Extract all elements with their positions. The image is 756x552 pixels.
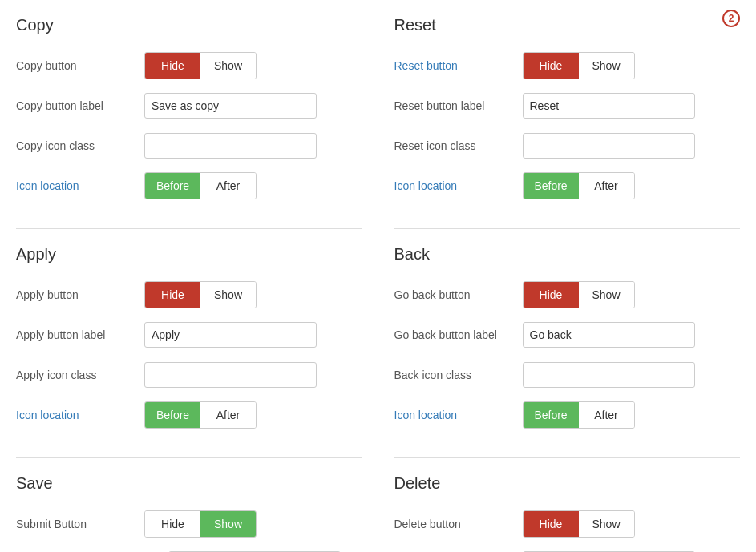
save-title: Save bbox=[16, 474, 362, 498]
apply-after-btn[interactable]: After bbox=[200, 402, 256, 428]
copy-icon-class-row: Copy icon class bbox=[16, 132, 362, 159]
apply-icon-location-row: Icon location Before After bbox=[16, 401, 362, 429]
reset-icon-class-row: Reset icon class bbox=[394, 132, 741, 159]
apply-icon-class-row: Apply icon class bbox=[16, 361, 362, 389]
apply-icon-location-toggle: Before After bbox=[144, 401, 257, 429]
apply-button-row: Apply button Hide Show bbox=[16, 281, 362, 308]
apply-section: Apply Apply button Hide Show Apply butto… bbox=[16, 245, 362, 458]
reset-hide-btn[interactable]: Hide bbox=[524, 53, 579, 79]
back-after-btn[interactable]: After bbox=[579, 402, 634, 428]
copy-icon-class-input[interactable] bbox=[144, 133, 317, 159]
copy-after-btn[interactable]: After bbox=[200, 173, 256, 199]
delete-section: Delete Delete button Hide Show Delete bu… bbox=[394, 474, 741, 552]
apply-before-btn[interactable]: Before bbox=[145, 402, 200, 428]
reset-icon-class-input[interactable] bbox=[523, 133, 695, 159]
apply-button-label-input[interactable] bbox=[144, 322, 317, 348]
apply-icon-class-label: Apply icon class bbox=[16, 369, 144, 381]
reset-button-label: Reset button bbox=[394, 59, 523, 72]
back-icon-location-toggle: Before After bbox=[523, 401, 635, 429]
copy-title: Copy bbox=[16, 16, 362, 39]
copy-before-btn[interactable]: Before bbox=[145, 173, 200, 199]
reset-title: Reset bbox=[394, 16, 436, 34]
back-icon-class-input[interactable] bbox=[523, 362, 695, 388]
reset-button-label-row: Reset button label bbox=[394, 92, 741, 119]
save-button-label: Submit Button bbox=[16, 518, 144, 530]
copy-button-label-field-label: Copy button label bbox=[16, 99, 144, 112]
back-icon-location-label: Icon location bbox=[394, 409, 523, 421]
back-button-label-input[interactable] bbox=[523, 322, 695, 348]
apply-show-btn[interactable]: Show bbox=[200, 282, 256, 308]
apply-icon-class-input[interactable] bbox=[144, 362, 317, 388]
save-button-row: Submit Button Hide Show bbox=[16, 510, 362, 538]
back-icon-class-label: Back icon class bbox=[394, 369, 523, 381]
back-button-toggle: Hide Show bbox=[523, 281, 635, 308]
save-show-btn[interactable]: Show bbox=[200, 511, 256, 537]
save-button-toggle: Hide Show bbox=[144, 510, 257, 538]
apply-button-label: Apply button bbox=[16, 288, 144, 301]
apply-title: Apply bbox=[16, 245, 362, 268]
back-show-btn[interactable]: Show bbox=[579, 282, 634, 308]
copy-icon-location-label: Icon location bbox=[16, 179, 144, 192]
back-button-label-row: Go back button label bbox=[394, 321, 741, 349]
reset-button-label-input[interactable] bbox=[523, 93, 695, 119]
copy-button-label: Copy button bbox=[16, 59, 144, 72]
copy-button-label-input[interactable] bbox=[144, 93, 317, 119]
reset-title-container: Reset 2 bbox=[394, 16, 741, 39]
copy-button-row: Copy button Hide Show bbox=[16, 52, 362, 79]
delete-title: Delete bbox=[394, 474, 741, 498]
reset-icon-location-label: Icon location bbox=[394, 179, 523, 192]
reset-button-label-field-label: Reset button label bbox=[394, 99, 523, 112]
copy-button-toggle: Hide Show bbox=[144, 52, 257, 79]
copy-icon-location-row: Icon location Before After bbox=[16, 172, 362, 199]
back-button-row: Go back button Hide Show bbox=[394, 281, 741, 308]
copy-show-btn[interactable]: Show bbox=[200, 53, 256, 79]
back-button-label-field-label: Go back button label bbox=[394, 328, 523, 341]
reset-badge: 2 bbox=[722, 10, 740, 27]
delete-show-btn[interactable]: Show bbox=[579, 511, 634, 537]
back-icon-location-row: Icon location Before After bbox=[394, 401, 741, 429]
copy-hide-btn[interactable]: Hide bbox=[145, 53, 200, 79]
delete-hide-btn[interactable]: Hide bbox=[524, 511, 579, 537]
copy-icon-class-label: Copy icon class bbox=[16, 139, 144, 152]
delete-button-toggle: Hide Show bbox=[523, 510, 635, 538]
save-hide-btn[interactable]: Hide bbox=[145, 511, 200, 537]
back-before-btn[interactable]: Before bbox=[524, 402, 579, 428]
reset-after-btn[interactable]: After bbox=[579, 173, 634, 199]
apply-button-label-row: Apply button label bbox=[16, 321, 362, 349]
back-title: Back bbox=[394, 245, 741, 268]
delete-button-label: Delete button bbox=[394, 518, 523, 530]
reset-button-row: Reset button Hide Show bbox=[394, 52, 741, 79]
delete-button-row: Delete button Hide Show bbox=[394, 510, 741, 538]
copy-section: Copy Copy button Hide Show Copy button l… bbox=[16, 16, 362, 229]
reset-button-toggle: Hide Show bbox=[523, 52, 635, 79]
reset-before-btn[interactable]: Before bbox=[524, 173, 579, 199]
back-button-label: Go back button bbox=[394, 288, 523, 301]
back-icon-class-row: Back icon class bbox=[394, 361, 741, 389]
reset-show-btn[interactable]: Show bbox=[579, 53, 634, 79]
reset-icon-class-label: Reset icon class bbox=[394, 139, 523, 152]
copy-icon-location-toggle: Before After bbox=[144, 172, 257, 199]
reset-icon-location-toggle: Before After bbox=[523, 172, 635, 199]
back-hide-btn[interactable]: Hide bbox=[524, 282, 579, 308]
back-section: Back Go back button Hide Show Go back bu… bbox=[394, 245, 741, 458]
apply-button-label-field-label: Apply button label bbox=[16, 328, 144, 341]
reset-icon-location-row: Icon location Before After bbox=[394, 172, 741, 199]
reset-section: Reset 2 Reset button Hide Show Reset but… bbox=[394, 16, 741, 229]
save-section: Save Submit Button Hide Show Submit butt… bbox=[16, 474, 362, 552]
apply-hide-btn[interactable]: Hide bbox=[145, 282, 200, 308]
copy-button-label-row: Copy button label bbox=[16, 92, 362, 119]
apply-button-toggle: Hide Show bbox=[144, 281, 257, 308]
apply-icon-location-label: Icon location bbox=[16, 409, 144, 421]
